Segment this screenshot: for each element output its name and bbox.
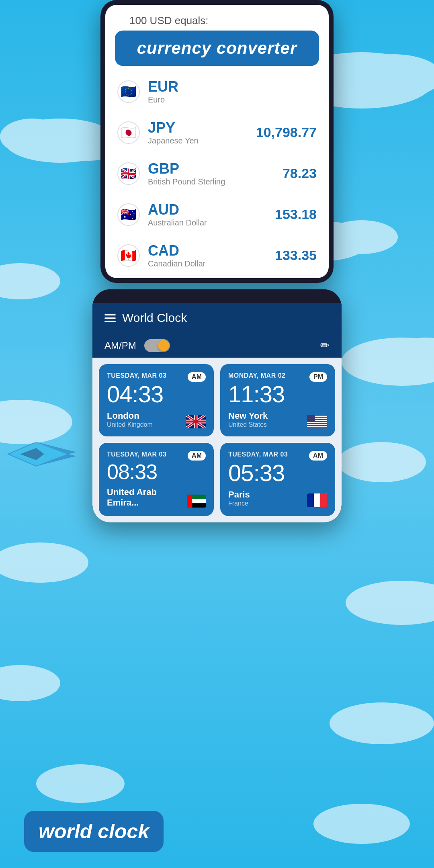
- paris-footer: Paris France: [228, 489, 327, 507]
- edit-button[interactable]: ✏: [320, 339, 330, 352]
- svg-rect-39: [187, 495, 192, 508]
- toggle-track[interactable]: [144, 339, 170, 352]
- uae-city-info: United Arab Emira...: [107, 487, 187, 508]
- currency-info-eur: EUR Euro: [148, 78, 317, 104]
- world-clock-badge-text: world clock: [39, 820, 149, 843]
- currency-row-eur[interactable]: 🇪🇺 EUR Euro: [113, 71, 321, 112]
- svg-rect-32: [307, 422, 327, 423]
- toggle-thumb: [158, 340, 169, 351]
- london-ampm: AM: [188, 372, 206, 382]
- uae-footer: United Arab Emira...: [107, 487, 206, 508]
- london-footer: London United Kingdom: [107, 411, 206, 428]
- currency-row-jpy[interactable]: 🇯🇵 JPY Japanese Yen 10,798.77: [113, 112, 321, 153]
- newyork-footer: New York United States: [228, 411, 327, 428]
- france-flag-svg: [307, 493, 327, 507]
- uae-ampm: AM: [188, 451, 206, 461]
- london-country: United Kingdom: [107, 421, 153, 428]
- hamburger-line-1: [104, 314, 116, 315]
- currency-converter-phone: 100 USD equals: 🇺🇸 USD US Dollar 100 🇪🇺 …: [100, 0, 334, 283]
- world-clock-screen: World Clock AM/PM ✏ TUESDAY, MAR 03 04:3…: [92, 303, 342, 522]
- currency-value-cad: 133.35: [275, 248, 317, 263]
- newyork-city-info: New York United States: [228, 411, 268, 428]
- paris-city: Paris: [228, 489, 250, 500]
- currency-value-aud: 153.18: [275, 207, 317, 222]
- flag-gbp: 🇬🇧: [117, 162, 140, 185]
- svg-rect-34: [307, 426, 327, 428]
- svg-point-13: [0, 542, 88, 583]
- clock-card-paris[interactable]: TUESDAY, MAR 03 05:33 AM Paris France: [220, 443, 335, 516]
- currency-row-aud[interactable]: 🇦🇺 AUD Australian Dollar 153.18: [113, 194, 321, 235]
- currency-info-aud: AUD Australian Dollar: [148, 201, 275, 227]
- usd-header: 100 USD equals:: [105, 5, 329, 30]
- ampm-toggle[interactable]: [144, 339, 320, 352]
- flag-aud: 🇦🇺: [117, 203, 140, 226]
- usd-header-text: 100 USD equals:: [117, 10, 221, 27]
- svg-point-8: [0, 263, 60, 299]
- newyork-flag: [307, 415, 327, 428]
- newyork-ampm: PM: [309, 372, 327, 382]
- uae-flag-svg: [187, 494, 206, 508]
- svg-point-7: [326, 220, 398, 254]
- london-city: London: [107, 411, 153, 421]
- currency-value-gbp: 78.23: [283, 166, 317, 181]
- svg-point-16: [330, 702, 434, 744]
- london-flag: [186, 415, 206, 428]
- currency-row-gbp[interactable]: 🇬🇧 GBP British Pound Sterling 78.23: [113, 153, 321, 194]
- clock-card-uae[interactable]: TUESDAY, MAR 03 08:33 AM United Arab Emi…: [99, 443, 214, 516]
- clock-card-london[interactable]: TUESDAY, MAR 03 04:33 AM London United K…: [99, 364, 214, 436]
- currency-code-cad: CAD: [148, 242, 275, 259]
- currency-list: 🇺🇸 USD US Dollar 100 🇪🇺 EUR Euro 🇯🇵: [105, 30, 329, 276]
- flag-eur: 🇪🇺: [117, 80, 140, 103]
- currency-name-cad: Canadian Dollar: [148, 259, 275, 268]
- svg-point-18: [313, 804, 410, 844]
- svg-point-15: [0, 665, 60, 701]
- currency-name-gbp: British Pound Sterling: [148, 177, 283, 186]
- world-clock-title: World Clock: [122, 311, 330, 325]
- phone-notch: [205, 293, 229, 303]
- flag-jpy: 🇯🇵: [117, 121, 140, 144]
- svg-point-12: [338, 442, 426, 482]
- paris-time: 05:33: [228, 461, 327, 485]
- hamburger-line-2: [104, 317, 116, 319]
- currency-info-jpy: JPY Japanese Yen: [148, 119, 256, 145]
- clock-card-newyork[interactable]: MONDAY, MAR 02 11:33 PM New York United …: [220, 364, 335, 436]
- uk-flag-svg: [186, 415, 206, 428]
- uae-time: 08:33: [107, 461, 206, 482]
- world-clock-phone: World Clock AM/PM ✏ TUESDAY, MAR 03 04:3…: [92, 289, 342, 522]
- currency-value-jpy: 10,798.77: [256, 125, 317, 140]
- currency-code-jpy: JPY: [148, 119, 256, 136]
- currency-code-gbp: GBP: [148, 160, 283, 177]
- us-flag-svg: [307, 415, 327, 428]
- ampm-toggle-bar: AM/PM ✏: [92, 333, 342, 358]
- world-clock-header: World Clock: [92, 303, 342, 333]
- svg-rect-41: [307, 493, 314, 507]
- uae-city: United Arab Emira...: [107, 487, 187, 508]
- svg-rect-42: [320, 493, 327, 507]
- hamburger-menu-button[interactable]: [104, 314, 116, 322]
- uae-flag: [187, 494, 206, 508]
- svg-point-17: [36, 764, 125, 803]
- currency-name-aud: Australian Dollar: [148, 218, 275, 227]
- london-time: 04:33: [107, 383, 206, 406]
- currency-banner-text: currency converter: [127, 39, 307, 58]
- hamburger-line-3: [104, 321, 116, 322]
- world-clock-badge: world clock: [24, 811, 164, 852]
- currency-row-cad[interactable]: 🇨🇦 CAD Canadian Dollar 133.35: [113, 235, 321, 276]
- svg-point-14: [346, 581, 434, 625]
- newyork-city: New York: [228, 411, 268, 421]
- ampm-label: AM/PM: [104, 340, 136, 351]
- airplane-icon: [4, 434, 84, 474]
- currency-info-cad: CAD Canadian Dollar: [148, 242, 275, 268]
- currency-code-eur: EUR: [148, 78, 317, 95]
- london-city-info: London United Kingdom: [107, 411, 153, 428]
- newyork-country: United States: [228, 421, 268, 428]
- paris-city-info: Paris France: [228, 489, 250, 507]
- newyork-time: 11:33: [228, 383, 327, 406]
- paris-flag: [307, 493, 327, 507]
- currency-code-aud: AUD: [148, 201, 275, 218]
- currency-converter-banner: currency converter: [115, 31, 319, 66]
- currency-name-eur: Euro: [148, 95, 317, 104]
- flag-cad: 🇨🇦: [117, 244, 140, 267]
- clock-grid: TUESDAY, MAR 03 04:33 AM London United K…: [92, 358, 342, 522]
- paris-country: France: [228, 500, 250, 507]
